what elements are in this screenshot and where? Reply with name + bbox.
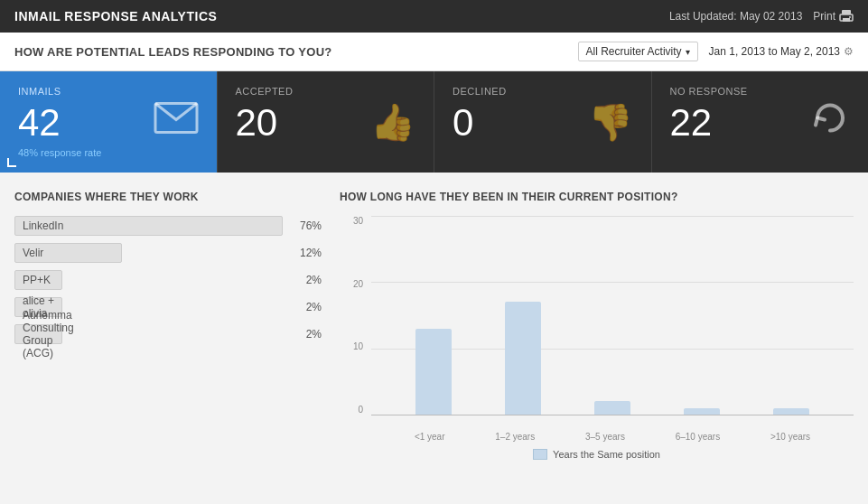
company-pct-acg: 2% [290, 328, 322, 341]
companies-title: COMPANIES WHERE THEY WORK [14, 191, 322, 203]
x-label-gt10years: >10 years [770, 432, 810, 442]
main-content: COMPANIES WHERE THEY WORK LinkedIn 76% V… [0, 173, 868, 478]
refresh-icon [810, 98, 850, 146]
company-bar-velir-wrap: Velir [14, 243, 283, 263]
legend-box [533, 449, 547, 460]
x-label-3-5years: 3–5 years [585, 432, 625, 442]
subheader-controls: All Recruiter Activity ▾ Jan 1, 2013 to … [578, 42, 854, 61]
stat-no-response-label: NO RESPONSE [670, 86, 851, 97]
bar-group-gt10years [773, 408, 809, 415]
company-list: LinkedIn 76% Velir 12% PP+K 2% alice + o… [14, 216, 322, 344]
company-bar-ppk: PP+K [14, 270, 62, 290]
bar-group-6-10years [684, 408, 720, 415]
date-range: Jan 1, 2013 to May 2, 2013 ⚙ [709, 45, 854, 58]
print-icon [839, 9, 854, 23]
stat-inmails-label: INMAILS [18, 86, 199, 97]
x-label-lt1year: <1 year [415, 432, 445, 442]
thumbs-down-icon: 👎 [588, 101, 633, 144]
bars-area [371, 216, 854, 415]
grid-line-bottom [371, 415, 854, 415]
bar-group-1-2years [505, 302, 541, 415]
email-icon [154, 100, 199, 145]
stat-declined-label: DECLINED [453, 86, 633, 97]
recruiter-activity-dropdown[interactable]: All Recruiter Activity ▾ [578, 42, 698, 61]
x-label-1-2years: 1–2 years [495, 432, 535, 442]
stat-accepted-label: ACCEPTED [236, 86, 416, 97]
stat-inmails-sub: 48% response rate [18, 147, 199, 158]
company-bar-linkedin: LinkedIn [14, 216, 283, 236]
company-pct-linkedin: 76% [290, 219, 322, 232]
subheader-question: HOW ARE POTENTIAL LEADS RESPONDING TO YO… [14, 45, 332, 59]
list-item: PP+K 2% [14, 270, 322, 290]
x-labels: <1 year 1–2 years 3–5 years 6–10 years >… [371, 432, 854, 442]
stat-inmails: INMAILS 42 48% response rate [0, 71, 218, 173]
company-pct-alice: 2% [290, 301, 322, 313]
recruiter-activity-label: All Recruiter Activity [586, 45, 682, 58]
bar-1-2years [505, 302, 541, 415]
y-label-10: 10 [353, 341, 363, 351]
bar-lt1year [415, 329, 452, 415]
header-right: Last Updated: May 02 2013 Print [669, 9, 854, 23]
stat-declined: DECLINED 0 👎 [434, 71, 652, 173]
company-bar-velir: Velir [14, 243, 122, 263]
thumbs-up-icon: 👍 [370, 101, 415, 144]
y-label-30: 30 [353, 216, 363, 226]
legend-label: Years the Same position [553, 449, 660, 460]
y-label-20: 20 [353, 279, 363, 289]
bar-group-lt1year [415, 329, 452, 415]
chart-inner [371, 216, 854, 415]
subheader: HOW ARE POTENTIAL LEADS RESPONDING TO YO… [0, 33, 868, 71]
list-item: Velir 12% [14, 243, 322, 263]
company-bar-linkedin-wrap: LinkedIn [14, 216, 283, 236]
gear-icon[interactable]: ⚙ [844, 45, 854, 58]
stats-row: INMAILS 42 48% response rate ACCEPTED 20… [0, 71, 868, 173]
company-pct-velir: 12% [290, 247, 322, 259]
company-bar-acg-wrap: Auriemma Consulting Group (ACG) [14, 324, 283, 344]
bar-group-3-5years [594, 401, 630, 415]
companies-panel: COMPANIES WHERE THEY WORK LinkedIn 76% V… [14, 191, 322, 460]
chart-title: HOW LONG HAVE THEY BEEN IN THEIR CURRENT… [340, 191, 854, 203]
stat-accepted: ACCEPTED 20 👍 [218, 71, 435, 173]
app-header: INMAIL RESPONSE ANALYTICS Last Updated: … [0, 0, 868, 33]
print-button[interactable]: Print [813, 9, 854, 23]
chart-container: 30 20 10 0 [340, 216, 854, 460]
chevron-down-icon: ▾ [686, 47, 690, 57]
bar-gt10years [773, 408, 809, 415]
last-updated: Last Updated: May 02 2013 [669, 10, 802, 23]
list-item: Auriemma Consulting Group (ACG) 2% [14, 324, 322, 344]
date-range-text: Jan 1, 2013 to May 2, 2013 [709, 45, 840, 58]
chart-legend: Years the Same position [340, 449, 854, 460]
y-axis: 30 20 10 0 [340, 216, 367, 415]
bar-6-10years [684, 408, 720, 415]
chart-area: 30 20 10 0 [340, 216, 854, 442]
svg-point-3 [849, 16, 851, 18]
y-label-0: 0 [358, 405, 363, 415]
app-title: INMAIL RESPONSE ANALYTICS [14, 9, 217, 23]
company-bar-ppk-wrap: PP+K [14, 270, 283, 290]
chart-panel: HOW LONG HAVE THEY BEEN IN THEIR CURRENT… [340, 191, 854, 460]
svg-rect-2 [843, 18, 850, 22]
list-item: LinkedIn 76% [14, 216, 322, 236]
bar-3-5years [594, 401, 630, 415]
company-pct-ppk: 2% [290, 274, 322, 286]
print-label: Print [813, 10, 835, 23]
x-label-6-10years: 6–10 years [676, 432, 720, 442]
company-bar-acg: Auriemma Consulting Group (ACG) [14, 324, 62, 344]
stat-no-response: NO RESPONSE 22 [652, 71, 869, 173]
